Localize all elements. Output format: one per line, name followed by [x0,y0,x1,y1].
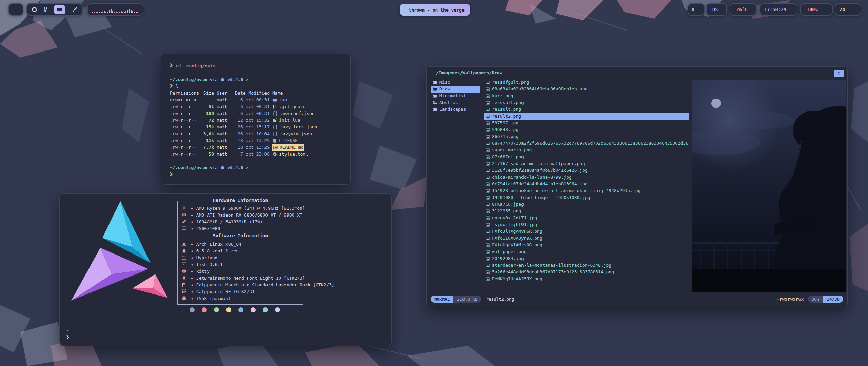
scroll-percent-badge: 36% [808,296,823,303]
image-file-icon [486,101,490,105]
graph-bars [92,6,138,13]
file-item[interactable]: atardecer-en-la-montanas-ilustracion-634… [484,262,689,269]
graph-bar [117,12,118,13]
file-listing-row: .rw-r--r--72matt12 oct 15:32init.lua [170,117,350,124]
hardware-section-title: Hardware Information [210,198,271,203]
file-item[interactable]: 68747470733a2f2f696d616765732d7769786d70… [484,140,689,147]
updates-count: 0 [692,7,694,12]
image-file-icon [486,175,490,180]
window-icon [180,255,188,260]
file-item[interactable]: resssult.png [484,99,689,106]
tab-badge[interactable]: 1 [834,70,844,77]
graph-bar [94,12,95,13]
file-item[interactable]: 154928-odinokoe_anime-art-anime-okno-sin… [484,187,689,194]
terminal-input-line[interactable] [170,171,350,178]
file-item[interactable]: 8FKa7Cu.jpeg [484,201,689,208]
app-launcher-button[interactable] [8,3,23,16]
file-item[interactable]: super-mario.png [484,147,689,154]
theme-icon [180,282,188,287]
file-item[interactable]: EeNKYgIUcAAJ5JX.png [484,276,689,282]
fetch-window[interactable]: Hardware Information →AMD Ryzen 9 5900X … [59,193,392,346]
file-item[interactable]: FXfcJlTXgAMvH6R.png [484,228,689,235]
arrow-icon: → [191,219,193,224]
file-item[interactable]: 587597.jpg [484,120,689,126]
image-file-icon [486,216,490,220]
directory-item[interactable]: Minimalist [431,93,480,99]
fetch-shell-prompt[interactable]: ~ [66,327,72,341]
file-item[interactable]: 20492984.jpg [484,255,689,262]
file-item[interactable]: 3122955.png [484,208,689,215]
audio-widget[interactable]: 100% [800,3,833,16]
firefox-icon[interactable] [32,7,37,13]
notification-count: 24 [840,7,845,12]
file-item[interactable]: 866715.png [484,133,689,140]
file-item[interactable]: rsjqojlmjhf91.jpg [484,221,689,228]
file-list-pane: ressdfgult.png08a634fa02a32364f69ebc86a9… [484,79,689,293]
terminal-window[interactable]: cd .config/nvim ~/.config/nvim via v5.4.… [161,54,351,185]
notifications-widget[interactable]: 24 [835,3,861,16]
directory-item[interactable]: Abstract [431,99,480,106]
palette-dot [238,307,243,312]
file-item[interactable]: FXfcII0X0AQyn9X.png [484,235,689,242]
file-item[interactable]: 0c794faf07de24a4db4d4fb1eb813964.jpg [484,181,689,187]
breadcrumb-path: ~/Imagenes/Wallpapers/Draw [433,70,502,75]
image-file-icon [486,94,490,98]
file-item[interactable]: nnvuv0xj2df71.jpg [484,215,689,221]
clock-widget[interactable]: 17:50:29 [760,3,797,16]
keyboard-layout: US [712,7,718,12]
file-item[interactable]: kurz.png [484,93,689,99]
now-playing-widget[interactable]: thrown - on the verge [400,4,470,16]
file-item[interactable]: 5a266e448add93deab367d87173e9f25-6837886… [484,269,689,276]
weather-widget[interactable]: 26°C [730,3,757,16]
graph-bar [111,9,112,13]
vim-icon[interactable]: V [44,6,47,13]
directory-item[interactable]: Draw [431,86,480,93]
updates-widget[interactable]: 0 [688,3,705,16]
folder-open-icon [433,87,437,92]
file-item[interactable]: chica-mirando-la-luna-8799.jpg [484,174,689,181]
directory-item[interactable]: Misc [431,79,480,86]
directory-item[interactable]: Landscapes [431,106,480,113]
file-manager-window[interactable]: ~/Imagenes/Wallpapers/Draw 1 MiscDrawMin… [426,66,848,307]
folder-icon[interactable] [54,5,65,14]
image-file-icon [486,168,490,173]
file-item[interactable]: 19201080-__blue-tinge__-1920×1080.jpg [484,194,689,201]
display-icon [180,226,188,231]
arrow-icon: → [191,212,193,218]
palette-dot [275,307,280,312]
desktop: V thrown - on the verge 0 US 26°C 17:50:… [0,0,868,366]
file-item[interactable]: result2.png [484,113,689,120]
graph-bar [99,12,100,13]
file-item[interactable]: 08a634fa02a32364f69ebc86a98eb1eb.png [484,86,689,93]
graph-bar [105,12,106,13]
file-listing-row: .rw-r--r--15kmatt26 oct 15:17{}lazy-lock… [170,124,350,130]
image-file-icon [486,135,490,139]
markdown-icon [273,145,278,150]
file-item[interactable]: wallpaper.png [484,248,689,255]
file-item[interactable]: 87r687df.png [484,154,689,160]
image-file-icon [486,87,490,92]
font-icon: A [180,275,188,281]
arrow-icon: → [191,276,193,281]
workspace-switcher[interactable]: V [26,3,83,16]
fetch-info-row: →Catppuccin-SE [GTK2/3] [180,288,334,295]
prompt-chevron-icon [66,335,70,339]
graph-bar [129,9,130,13]
directory-pane: MiscDrawMinimalistAbstractLandscapes [431,79,480,113]
arch-icon [180,242,188,246]
file-item[interactable]: ressdfgult.png [484,79,689,86]
file-item[interactable]: re1sult.png [484,106,689,113]
file-item[interactable]: 596848.jpg [484,126,689,133]
fetch-info-row: →AMD ATI Radeon RX 6800/6800 XT / 6900 X… [180,211,305,218]
system-graph-widget[interactable] [87,3,143,16]
keyboard-layout-widget[interactable]: US [706,3,727,16]
lua-icon [220,77,225,82]
image-file-icon [486,141,490,146]
file-item[interactable]: 217167-sad-anime-rain-wallpaper.png [484,160,689,167]
terminal-color-palette [190,307,280,312]
file-item[interactable]: 3126f7e9bbf21a8a4af0b67b041c6e26.jpg [484,167,689,174]
git-icon [272,104,277,109]
arrow-icon: → [191,248,193,253]
paintbrush-icon[interactable] [72,7,78,13]
file-item[interactable]: FXfcHgcWIAMzs0G.png [484,242,689,248]
